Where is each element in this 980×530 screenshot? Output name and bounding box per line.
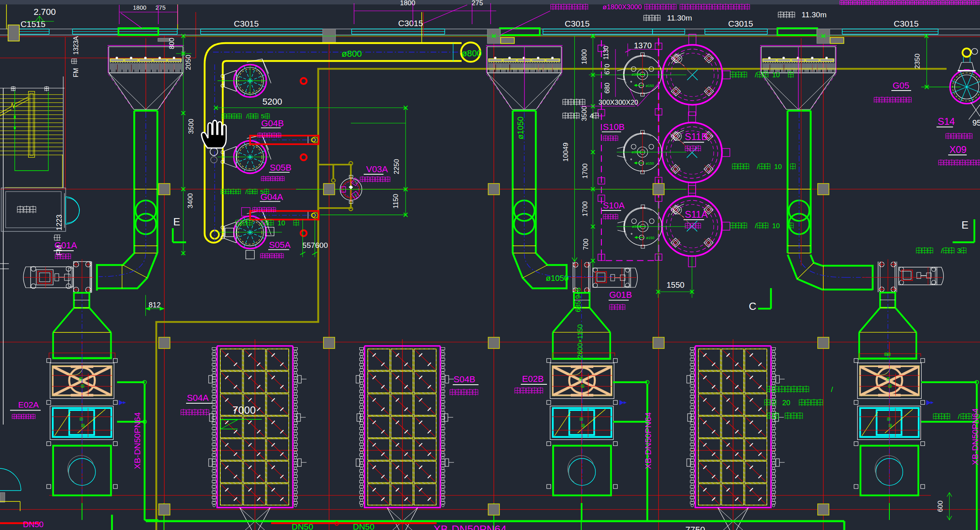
- svg-text:X09: X09: [949, 144, 967, 155]
- svg-text:C3015: C3015: [398, 19, 423, 28]
- svg-text:C3015: C3015: [894, 19, 919, 28]
- svg-text:3500: 3500: [580, 106, 588, 121]
- svg-text:S10A: S10A: [603, 200, 625, 210]
- svg-text:ø1050: ø1050: [546, 274, 569, 283]
- svg-text:600: 600: [936, 501, 944, 512]
- svg-text:ø800: ø800: [462, 48, 482, 58]
- svg-text:1800: 1800: [133, 4, 146, 11]
- svg-text:95: 95: [972, 118, 980, 127]
- svg-text:ø150: ø150: [646, 236, 655, 240]
- svg-text:2.700: 2.700: [33, 7, 56, 17]
- svg-text:XB-DN50PN64: XB-DN50PN64: [970, 408, 980, 465]
- svg-text:S05B: S05B: [270, 163, 292, 173]
- svg-text:/: /: [831, 386, 833, 394]
- svg-text:1130: 1130: [603, 46, 609, 60]
- svg-text:1370: 1370: [634, 41, 652, 50]
- svg-text:S04A: S04A: [187, 393, 209, 403]
- svg-text:/: /: [958, 413, 960, 421]
- svg-text:S05A: S05A: [269, 240, 291, 250]
- svg-text:1223: 1223: [55, 214, 63, 231]
- svg-text:G01B: G01B: [609, 290, 632, 300]
- svg-text:/: /: [260, 219, 262, 227]
- svg-text:C3015: C3015: [234, 19, 259, 28]
- svg-text:DN50: DN50: [353, 522, 375, 530]
- svg-text:3500: 3500: [187, 119, 195, 134]
- svg-text:C3015: C3015: [565, 19, 590, 28]
- svg-text:S11B: S11B: [685, 131, 708, 142]
- svg-text:ø800: ø800: [342, 49, 362, 59]
- svg-text:1700: 1700: [581, 201, 589, 217]
- svg-text:/: /: [941, 247, 943, 255]
- svg-text:C1515: C1515: [21, 19, 46, 29]
- svg-text:4: 4: [590, 112, 593, 120]
- svg-text:S14: S14: [938, 116, 955, 127]
- svg-text:E02B: E02B: [522, 374, 544, 384]
- svg-text:275: 275: [155, 4, 166, 11]
- svg-text:3: 3: [957, 247, 961, 255]
- svg-text:2350: 2350: [914, 54, 921, 69]
- svg-text:10: 10: [772, 222, 780, 230]
- svg-text:G05: G05: [893, 80, 910, 91]
- svg-text:E: E: [173, 216, 180, 228]
- svg-text:DN50: DN50: [23, 520, 44, 529]
- svg-text:2600×1150: 2600×1150: [576, 324, 584, 358]
- svg-text:G01A: G01A: [54, 240, 77, 250]
- svg-text:812: 812: [149, 301, 161, 309]
- svg-text:1323A: 1323A: [73, 36, 79, 55]
- svg-text:10: 10: [772, 71, 780, 79]
- svg-text:10049: 10049: [562, 142, 570, 161]
- svg-text:10: 10: [278, 219, 285, 227]
- svg-text:C: C: [749, 300, 756, 312]
- svg-text:/: /: [757, 163, 759, 171]
- svg-text:XB-DN50PN64: XB-DN50PN64: [643, 412, 653, 469]
- svg-text:700: 700: [582, 239, 590, 250]
- svg-text:1150: 1150: [392, 194, 400, 209]
- svg-text:800: 800: [168, 38, 176, 49]
- svg-text:3400: 3400: [186, 193, 194, 208]
- svg-text:C3015: C3015: [728, 19, 753, 28]
- svg-text:275: 275: [472, 0, 483, 7]
- svg-text:11.30m: 11.30m: [802, 10, 827, 19]
- svg-text:1550: 1550: [667, 280, 685, 289]
- svg-text:300X300X20: 300X300X20: [599, 99, 638, 106]
- svg-text:G04B: G04B: [261, 118, 284, 128]
- svg-text:XB-DN50PN64: XB-DN50PN64: [433, 524, 507, 530]
- svg-text:FM: FM: [73, 68, 79, 77]
- svg-text:/: /: [755, 71, 757, 79]
- svg-text:V03A: V03A: [366, 164, 388, 174]
- svg-text:/: /: [755, 222, 757, 230]
- svg-text:10: 10: [774, 163, 782, 171]
- svg-text:670: 670: [604, 64, 611, 75]
- svg-text:5200: 5200: [263, 97, 282, 107]
- svg-text:1700: 1700: [581, 163, 589, 179]
- svg-text:E02A: E02A: [18, 400, 39, 409]
- svg-text:G04A: G04A: [260, 192, 283, 202]
- svg-text:680: 680: [604, 83, 611, 94]
- svg-text:XB-DN50PN64: XB-DN50PN64: [133, 412, 142, 469]
- svg-text:ø150: ø150: [646, 84, 654, 88]
- svg-text:E: E: [961, 219, 968, 231]
- svg-text:2250: 2250: [393, 159, 400, 174]
- svg-text:2050: 2050: [184, 55, 192, 70]
- svg-text:ø1800X3000: ø1800X3000: [603, 3, 642, 11]
- svg-text:S10B: S10B: [603, 122, 625, 132]
- svg-text:ø1050: ø1050: [516, 117, 525, 140]
- svg-text:1800: 1800: [580, 49, 588, 64]
- svg-text:557600: 557600: [302, 241, 328, 250]
- svg-text:ø150: ø150: [646, 161, 654, 165]
- svg-text:S04B: S04B: [454, 374, 475, 384]
- svg-text:20: 20: [782, 399, 790, 407]
- svg-text:7000: 7000: [232, 404, 256, 416]
- svg-text:S11A: S11A: [685, 209, 708, 220]
- svg-text:7750: 7750: [686, 525, 705, 530]
- svg-text:685 945: 685 945: [574, 287, 582, 312]
- svg-text:DN50: DN50: [292, 522, 313, 530]
- svg-text:11.30m: 11.30m: [667, 14, 692, 22]
